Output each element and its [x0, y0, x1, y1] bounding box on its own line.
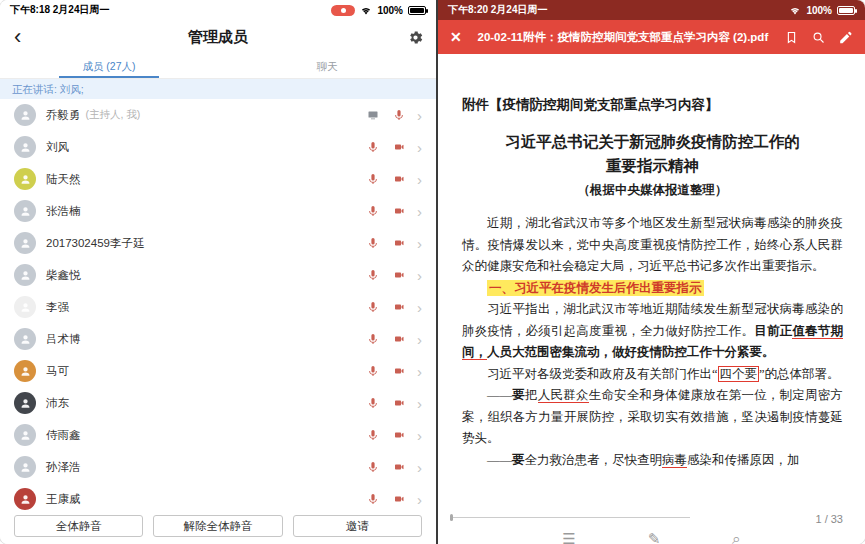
- chevron-right-icon: ›: [417, 492, 422, 507]
- close-icon[interactable]: ✕: [450, 29, 462, 45]
- edit-tools-icon[interactable]: ✎: [648, 530, 661, 544]
- camera-icon: [393, 141, 405, 153]
- page-scrubber[interactable]: [450, 517, 690, 518]
- mic-icon: [367, 205, 379, 217]
- member-status-icons: [367, 109, 405, 121]
- mic-icon: [393, 109, 405, 121]
- member-row[interactable]: 陆天然 ›: [0, 163, 436, 195]
- pdf-file-title: 20-02-11附件：疫情防控期间党支部重点学习内容 (2).pdf: [474, 30, 772, 45]
- member-row[interactable]: 刘风 ›: [0, 131, 436, 163]
- mic-icon: [367, 237, 379, 249]
- search-icon[interactable]: [811, 30, 826, 45]
- page-title: 管理成员: [0, 28, 436, 47]
- doc-paragraph-2: 习近平指出，湖北武汉市等地近期陆续发生新型冠状病毒感染的肺炎疫情，必须引起高度重…: [462, 299, 843, 364]
- chevron-right-icon: ›: [417, 300, 422, 315]
- member-status-icons: [367, 173, 405, 185]
- now-speaking-banner: 正在讲话: 刘风;: [0, 79, 436, 99]
- tab-chat[interactable]: 聊天: [218, 54, 436, 78]
- camera-icon: [393, 493, 405, 505]
- chevron-right-icon: ›: [417, 140, 422, 155]
- member-row[interactable]: 2017302459李子廷 ›: [0, 227, 436, 259]
- member-name: 马可: [46, 364, 69, 379]
- avatar: [14, 232, 36, 254]
- chevron-right-icon: ›: [417, 332, 422, 347]
- member-name: 陆天然: [46, 172, 81, 187]
- member-row[interactable]: 沛东 ›: [0, 387, 436, 419]
- member-name: 张浩楠: [46, 204, 81, 219]
- mic-icon: [367, 493, 379, 505]
- member-status-icons: [367, 365, 405, 377]
- member-row[interactable]: 李强 ›: [0, 291, 436, 323]
- left-status-bar: 下午8:18 2月24日周一 100%: [0, 0, 436, 20]
- pdf-toolbar: ✕ 20-02-11附件：疫情防控期间党支部重点学习内容 (2).pdf: [438, 20, 865, 54]
- member-status-icons: [367, 333, 405, 345]
- split-screen: 下午8:18 2月24日周一 100% ‹ 管理成员 成员 (27人) 聊天 正…: [0, 0, 865, 544]
- camera-icon: [393, 397, 405, 409]
- doc-paragraph-3: 习近平对各级党委和政府及有关部门作出“四个要”的总体部署。: [462, 364, 843, 386]
- member-status-icons: [367, 269, 405, 281]
- camera-icon: [393, 461, 405, 473]
- tab-members[interactable]: 成员 (27人): [0, 54, 218, 78]
- chevron-right-icon: ›: [417, 396, 422, 411]
- avatar: [14, 104, 36, 126]
- bookmark-icon[interactable]: [784, 30, 799, 45]
- member-status-icons: [367, 301, 405, 313]
- avatar: [14, 168, 36, 190]
- avatar: [14, 200, 36, 222]
- avatar: [14, 296, 36, 318]
- member-row[interactable]: 孙泽浩 ›: [0, 451, 436, 483]
- doc-heading-1: 一、习近平在疫情发生后作出重要指示: [462, 278, 843, 300]
- annotate-pencil-icon[interactable]: [838, 30, 853, 45]
- member-row[interactable]: 张浩楠 ›: [0, 195, 436, 227]
- chevron-right-icon: ›: [417, 204, 422, 219]
- battery-icon: [837, 6, 855, 15]
- member-row[interactable]: 吕术博 ›: [0, 323, 436, 355]
- avatar: [14, 424, 36, 446]
- camera-icon: [393, 205, 405, 217]
- member-status-icons: [367, 205, 405, 217]
- mic-icon: [367, 397, 379, 409]
- camera-icon: [393, 429, 405, 441]
- doc-attachment-line: 附件【疫情防控期间党支部重点学习内容】: [462, 96, 843, 114]
- member-row[interactable]: 柴鑫悦 ›: [0, 259, 436, 291]
- member-row[interactable]: 侍雨鑫 ›: [0, 419, 436, 451]
- camera-icon: [393, 237, 405, 249]
- mute-all-button[interactable]: 全体静音: [14, 515, 143, 537]
- invite-button[interactable]: 邀请: [293, 515, 422, 537]
- doc-paragraph-5: ——要全力救治患者，尽快查明病毒感染和传播原因，加: [462, 450, 843, 472]
- back-button[interactable]: ‹: [14, 22, 21, 52]
- right-status-time: 下午8:20 2月24日周一: [448, 3, 547, 17]
- member-name: 李强: [46, 300, 69, 315]
- member-status-icons: [367, 237, 405, 249]
- mic-icon: [367, 429, 379, 441]
- left-status-time: 下午8:18 2月24日周一: [10, 3, 109, 17]
- member-row[interactable]: 马可 ›: [0, 355, 436, 387]
- avatar: [14, 456, 36, 478]
- settings-gear-icon[interactable]: [407, 29, 424, 46]
- member-name: 乔毅勇: [46, 108, 81, 123]
- member-name: 吕术博: [46, 332, 81, 347]
- wifi-icon: [789, 6, 801, 15]
- member-name: 柴鑫悦: [46, 268, 81, 283]
- doc-paragraph-1: 近期，湖北省武汉市等多个地区发生新型冠状病毒感染的肺炎疫情。疫情爆发以来，党中央…: [462, 213, 843, 278]
- member-row[interactable]: 王康威 ›: [0, 483, 436, 514]
- mic-icon: [367, 269, 379, 281]
- screen-recording-indicator: [331, 5, 355, 16]
- thumbnails-icon[interactable]: ☰: [562, 530, 575, 544]
- scrubber-handle[interactable]: [450, 514, 453, 521]
- chevron-right-icon: ›: [417, 236, 422, 251]
- camera-icon: [393, 365, 405, 377]
- unmute-all-button[interactable]: 解除全体静音: [153, 515, 282, 537]
- member-status-icons: [367, 397, 405, 409]
- wifi-icon: [360, 6, 372, 15]
- camera-icon: [393, 269, 405, 281]
- chevron-right-icon: ›: [417, 268, 422, 283]
- zoom-search-icon[interactable]: ⌕: [732, 530, 740, 544]
- member-status-icons: [367, 429, 405, 441]
- doc-paragraph-4: ——要把人民群众生命安全和身体健康放在第一位，制定周密方案，组织各方力量开展防控…: [462, 385, 843, 450]
- member-row[interactable]: 乔毅勇 (主持人, 我) ›: [0, 99, 436, 131]
- camera-icon: [393, 333, 405, 345]
- member-name: 孙泽浩: [46, 460, 81, 475]
- red-box-annotation: 四个要: [718, 366, 760, 382]
- member-name: 刘风: [46, 140, 69, 155]
